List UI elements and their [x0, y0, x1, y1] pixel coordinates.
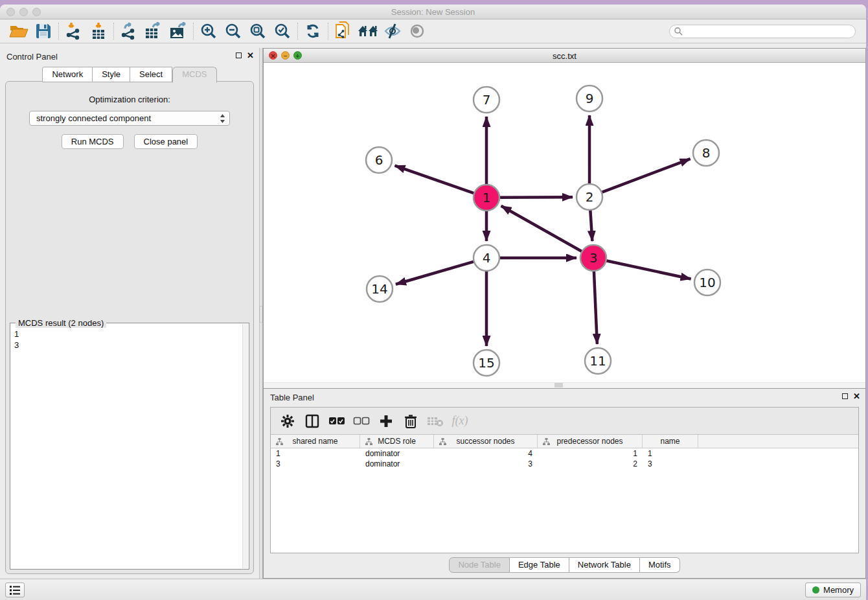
toggle-panel-layout-button[interactable]	[302, 411, 323, 432]
stepper-arrows-icon	[220, 113, 225, 124]
close-table-panel-icon[interactable]: ✕	[853, 393, 860, 400]
tab-network-table[interactable]: Network Table	[569, 557, 640, 573]
table-cell[interactable]: 3	[271, 459, 360, 469]
svg-text:15: 15	[478, 355, 494, 371]
table-cell[interactable]: 2	[538, 459, 643, 469]
toolbar-separator	[193, 23, 194, 40]
export-table-button[interactable]	[141, 21, 166, 41]
table-cell[interactable]: dominator	[360, 459, 434, 469]
float-panel-icon[interactable]	[236, 52, 242, 58]
new-network-from-selection-icon	[335, 21, 352, 41]
graph-node-2[interactable]: 2	[577, 184, 602, 210]
column-header-MCDS-role[interactable]: MCDS role	[360, 435, 434, 448]
table-cell[interactable]: 1	[271, 448, 360, 459]
close-panel-button[interactable]: Close panel	[134, 134, 198, 149]
new-network-from-selection-button[interactable]	[331, 21, 356, 41]
table-cell[interactable]: 4	[434, 448, 538, 459]
table-row[interactable]: 1dominator411	[271, 448, 858, 459]
zoom-out-button[interactable]	[221, 21, 246, 41]
network-canvas[interactable]: 7968124314101511	[264, 63, 865, 388]
graph-edge-2-8[interactable]	[602, 159, 691, 192]
table-cell[interactable]: 1	[643, 448, 698, 459]
refresh-button[interactable]	[301, 21, 325, 41]
hierarchy-icon	[276, 438, 283, 445]
graph-node-15[interactable]: 15	[474, 350, 499, 376]
close-panel-icon[interactable]: ✕	[247, 52, 254, 59]
table-row[interactable]: 3dominator323	[271, 459, 858, 469]
import-table-button[interactable]	[86, 21, 111, 41]
table-cell[interactable]: 3	[434, 459, 538, 469]
tab-select[interactable]: Select	[130, 67, 172, 82]
optimization-criterion-select[interactable]: strongly connected component	[29, 111, 230, 126]
save-session-button[interactable]	[31, 21, 56, 41]
show-all-button[interactable]	[405, 21, 429, 41]
delete-column-button[interactable]	[400, 411, 421, 432]
graph-edge-1-6[interactable]	[395, 166, 475, 194]
graph-node-8[interactable]: 8	[693, 140, 719, 166]
svg-text:1: 1	[483, 190, 491, 205]
column-header-shared-name[interactable]: shared name	[271, 435, 360, 448]
plus-icon	[379, 414, 393, 428]
network-graph: 7968124314101511	[264, 63, 865, 388]
select-all-button[interactable]	[326, 411, 347, 432]
tab-network[interactable]: Network	[42, 67, 93, 82]
tab-edge-table[interactable]: Edge Table	[510, 557, 569, 573]
graph-node-4[interactable]: 4	[474, 245, 499, 271]
graph-node-3[interactable]: 3	[580, 245, 606, 271]
result-scrollbar[interactable]	[242, 324, 248, 568]
hierarchy-icon	[365, 438, 372, 445]
graph-node-7[interactable]: 7	[474, 87, 499, 113]
column-header-name[interactable]: name	[643, 435, 698, 448]
float-table-panel-icon[interactable]	[842, 393, 848, 399]
main-area: Control Panel ✕ NetworkStyleSelectMCDS O…	[0, 48, 866, 579]
fit-content-icon	[249, 23, 266, 40]
graph-edge-2-3[interactable]	[590, 210, 592, 241]
memory-button[interactable]: Memory	[805, 583, 861, 597]
import-network-button[interactable]	[62, 21, 86, 41]
graph-node-10[interactable]: 10	[694, 270, 720, 295]
app-window: Session: New Session	[0, 5, 866, 600]
zoom-selected-button[interactable]	[270, 21, 295, 41]
tab-node-table[interactable]: Node Table	[449, 557, 510, 573]
column-header-successor-nodes[interactable]: successor nodes	[434, 435, 538, 448]
graph-edge-3-10[interactable]	[606, 260, 691, 279]
fit-content-button[interactable]	[246, 21, 270, 41]
task-history-button[interactable]	[5, 583, 25, 597]
graph-edge-1-2[interactable]	[499, 197, 573, 198]
network-window-title: scc.txt	[264, 51, 865, 61]
graph-edge-4-14[interactable]	[396, 262, 474, 284]
column-header-predecessor-nodes[interactable]: predecessor nodes	[538, 435, 643, 448]
open-session-button[interactable]	[6, 21, 31, 41]
deselect-all-button[interactable]	[351, 411, 372, 432]
function-builder-button[interactable]: f(x)	[450, 411, 470, 432]
graph-node-1[interactable]: 1	[474, 185, 499, 211]
table-cell[interactable]: 3	[643, 459, 698, 469]
graph-edge-3-11[interactable]	[594, 271, 597, 344]
table-settings-button[interactable]	[277, 411, 298, 432]
zoom-selected-icon	[274, 23, 291, 40]
tab-mcds[interactable]: MCDS	[172, 67, 216, 83]
splitter-grip[interactable]	[260, 306, 262, 323]
graph-node-6[interactable]: 6	[366, 147, 392, 173]
table-cell[interactable]: dominator	[360, 448, 434, 459]
zoom-in-button[interactable]	[196, 21, 221, 41]
first-neighbors-button[interactable]	[356, 21, 380, 41]
hide-selected-button[interactable]	[380, 21, 405, 41]
export-image-button[interactable]	[166, 21, 190, 41]
toolbar-separator	[58, 23, 59, 40]
tab-style[interactable]: Style	[93, 67, 130, 82]
graph-node-14[interactable]: 14	[367, 276, 393, 302]
delete-table-button[interactable]	[425, 411, 446, 432]
graph-node-11[interactable]: 11	[585, 348, 611, 374]
table-cell[interactable]: 1	[538, 448, 643, 459]
control-panel-header: Control Panel ✕	[0, 48, 259, 65]
add-column-button[interactable]	[376, 411, 396, 432]
mcds-result-text[interactable]: 1 3	[14, 329, 242, 568]
graph-node-9[interactable]: 9	[577, 86, 602, 111]
search-input[interactable]	[683, 26, 855, 37]
graph-edge-3-1[interactable]	[501, 206, 582, 251]
network-resize-grip[interactable]	[554, 383, 563, 387]
tab-motifs[interactable]: Motifs	[640, 557, 680, 573]
run-mcds-button[interactable]: Run MCDS	[62, 134, 124, 149]
export-network-button[interactable]	[117, 21, 141, 41]
